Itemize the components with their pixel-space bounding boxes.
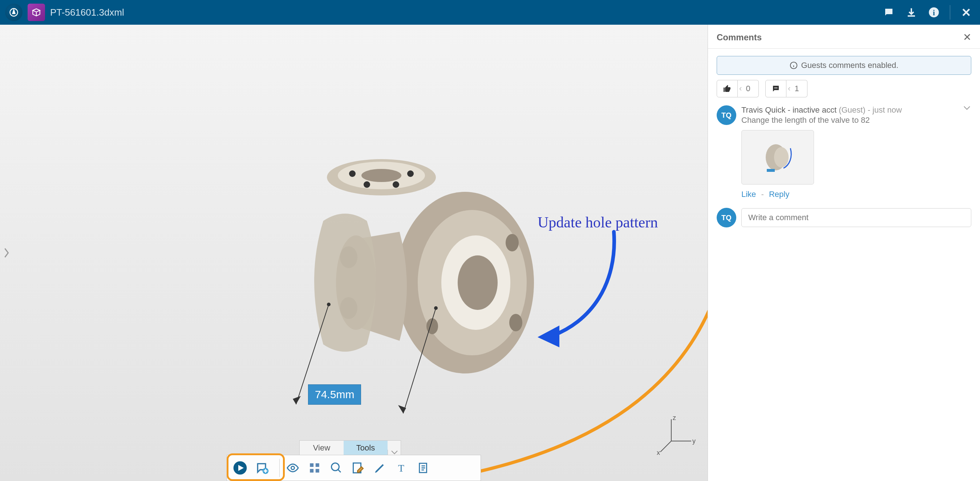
svg-rect-40 <box>316 463 319 467</box>
part-model <box>261 148 559 424</box>
annotation-arrow-icon <box>534 228 628 348</box>
svg-line-30 <box>660 441 671 452</box>
svg-rect-39 <box>310 463 313 467</box>
comment-author: Travis Quick - inactive acct <box>741 105 837 115</box>
svg-marker-27 <box>538 325 559 347</box>
tab-view[interactable]: View <box>300 441 344 455</box>
comment-thumbnail[interactable] <box>741 130 814 185</box>
close-comments-icon[interactable]: ✕ <box>963 31 971 43</box>
comment-input[interactable] <box>741 208 971 227</box>
comment-count: 1 <box>786 80 807 97</box>
document-type-icon[interactable] <box>28 4 45 21</box>
viewport-3d[interactable]: Update hole pattern 74.5mm z x y View To… <box>0 25 708 481</box>
comment-timestamp: - just now <box>868 105 902 115</box>
comment-input-row: TQ <box>708 203 980 233</box>
search-tool-icon[interactable] <box>326 458 347 478</box>
svg-text:i: i <box>933 9 935 17</box>
svg-text:T: T <box>398 462 404 473</box>
file-name: PT-561601.3dxml <box>50 7 124 18</box>
svg-text:z: z <box>673 416 676 421</box>
svg-marker-24 <box>398 405 406 413</box>
bottom-toolbar: View Tools <box>227 440 481 481</box>
svg-point-16 <box>361 169 401 182</box>
info-banner: Guests comments enabled. <box>717 56 971 75</box>
svg-text:y: y <box>692 437 695 445</box>
svg-point-50 <box>776 88 778 89</box>
like-count-icon[interactable] <box>717 80 738 97</box>
align-tool-icon[interactable] <box>304 458 325 478</box>
tab-tools[interactable]: Tools <box>344 441 388 455</box>
visibility-tool-icon[interactable] <box>283 458 303 478</box>
download-icon[interactable] <box>903 4 920 21</box>
comment-text: Change the length of the valve to 82 <box>741 116 971 125</box>
comments-panel: Comments ✕ Guests comments enabled. 0 1 <box>708 25 980 481</box>
count-row: 0 1 <box>708 80 980 102</box>
svg-point-19 <box>364 181 370 188</box>
tab-collapse-icon[interactable] <box>388 450 401 455</box>
edit-sketch-tool-icon[interactable] <box>348 458 368 478</box>
comment-actions: Like - Reply <box>741 190 971 199</box>
add-comment-icon[interactable] <box>252 458 272 478</box>
comment-guest-label: (Guest) <box>839 105 865 115</box>
main-area: Update hole pattern 74.5mm z x y View To… <box>0 25 980 481</box>
info-banner-text: Guests comments enabled. <box>801 61 899 70</box>
close-icon[interactable] <box>958 4 975 21</box>
svg-text:x: x <box>657 449 660 456</box>
svg-point-48 <box>775 88 775 89</box>
svg-rect-53 <box>767 169 775 172</box>
play-tool-icon[interactable] <box>230 458 250 478</box>
svg-point-26 <box>434 306 438 310</box>
comment-more-icon[interactable] <box>963 105 971 112</box>
svg-point-20 <box>393 181 399 188</box>
svg-point-18 <box>407 170 414 177</box>
info-icon <box>790 61 798 69</box>
svg-point-7 <box>458 255 498 310</box>
comment-item: TQ Travis Quick - inactive acct (Guest) … <box>708 102 980 203</box>
svg-point-52 <box>774 147 789 167</box>
svg-marker-1 <box>13 10 15 14</box>
like-link[interactable]: Like <box>741 190 756 199</box>
note-tool-icon[interactable] <box>414 458 434 478</box>
svg-point-49 <box>775 88 776 89</box>
info-icon[interactable]: i <box>925 4 943 21</box>
axes-triad-icon: z x y <box>657 416 697 456</box>
titlebar: PT-561601.3dxml i <box>0 0 980 25</box>
titlebar-divider <box>950 5 950 20</box>
svg-point-25 <box>327 303 331 306</box>
toolbar-tabs: View Tools <box>299 440 401 455</box>
svg-rect-41 <box>310 469 313 473</box>
text-tool-icon[interactable]: T <box>391 458 412 478</box>
input-avatar: TQ <box>717 208 736 228</box>
svg-point-38 <box>291 467 294 470</box>
avatar[interactable]: TQ <box>717 105 736 125</box>
svg-point-9 <box>509 314 522 331</box>
pencil-tool-icon[interactable] <box>370 458 390 478</box>
like-count: 0 <box>738 80 759 97</box>
comment-count-icon[interactable] <box>765 80 786 97</box>
svg-point-8 <box>506 234 519 252</box>
expand-tree-handle[interactable] <box>2 243 12 263</box>
reply-link[interactable]: Reply <box>769 190 789 199</box>
dimension-badge[interactable]: 74.5mm <box>308 384 361 405</box>
comments-toggle-icon[interactable] <box>880 4 897 21</box>
svg-point-17 <box>349 170 356 177</box>
svg-rect-42 <box>316 469 319 473</box>
svg-point-43 <box>332 463 339 471</box>
comments-title: Comments <box>717 32 762 43</box>
comment-header: Travis Quick - inactive acct (Guest) - j… <box>741 105 902 115</box>
toolbar-buttons: T <box>227 455 481 481</box>
app-compass-icon[interactable] <box>5 4 22 21</box>
